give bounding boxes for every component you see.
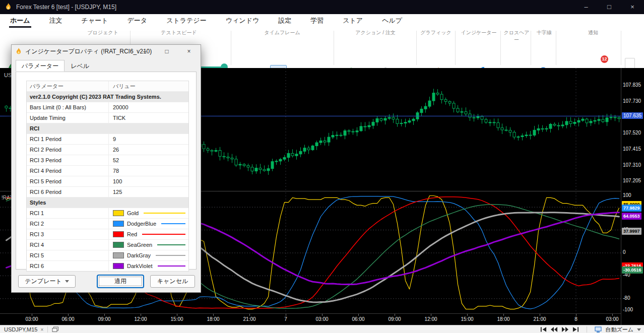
time-label: 06:00 [57, 316, 79, 322]
param-row[interactable]: RCI 1 Period9 [27, 134, 188, 145]
indicator-value-badge: 64.0553 [622, 213, 641, 220]
color-name: DodgerBlue [127, 219, 156, 229]
dialog-close-button[interactable]: × [181, 47, 197, 56]
color-swatch[interactable] [113, 263, 124, 269]
param-value: 26 [109, 145, 188, 155]
price-axis[interactable]: 107.835107.730107.635107.520107.415107.3… [621, 68, 644, 325]
minimize-button[interactable]: – [574, 0, 598, 14]
param-name: RCI 3 Period [27, 155, 109, 165]
style-row[interactable]: RCI 1Gold [27, 208, 188, 219]
time-label: 8 [565, 316, 587, 322]
skip-end-icon[interactable] [572, 326, 579, 332]
tab-levels[interactable]: レベル [65, 60, 95, 72]
skip-start-icon[interactable] [540, 326, 547, 332]
line-sample [156, 255, 185, 256]
section-row[interactable]: Styles [27, 197, 188, 208]
maximize-button[interactable]: □ [598, 0, 621, 14]
param-value: 9 [109, 134, 188, 144]
dialog-minimize-button[interactable]: – [137, 47, 152, 56]
param-name: RCI 5 [27, 250, 109, 260]
color-swatch[interactable] [113, 210, 124, 216]
time-axis[interactable]: 03:0006:0009:0012:0015:0018:0021:00703:0… [0, 314, 621, 325]
chart-tab[interactable]: USDJPY,M15 [4, 326, 37, 332]
param-name: RCI 2 [27, 219, 109, 229]
param-name: RCI 1 [27, 208, 109, 218]
apply-button[interactable]: 適用 [97, 275, 144, 288]
time-label: 18:00 [202, 316, 224, 322]
cancel-button[interactable]: キャンセル [150, 275, 195, 288]
menu-bar: ホーム注文チャートデータストラテジーウィンドウ設定学習ストアヘルプ [0, 14, 644, 28]
indicator-properties-dialog[interactable]: インジケータープロパティ (!RAT_RCI6_v210) – □ × パラメー… [11, 44, 201, 293]
style-row[interactable]: RCI 3Red [27, 229, 188, 240]
group-label-indicator: インジケーター [456, 29, 501, 36]
dialog-title: インジケータープロパティ (!RAT_RCI6_v210) [25, 47, 152, 56]
param-name: RCI 3 [27, 229, 109, 239]
param-value: 125 [109, 187, 188, 197]
time-label: 12:00 [130, 316, 152, 322]
param-row[interactable]: RCI 3 Period52 [27, 155, 188, 166]
menu-item-9[interactable]: ヘルプ [381, 14, 403, 28]
color-swatch[interactable] [113, 221, 124, 227]
time-label: 15:00 [456, 316, 478, 322]
template-button[interactable]: テンプレート [18, 275, 76, 288]
menu-item-1[interactable]: 注文 [48, 14, 63, 28]
color-swatch[interactable] [113, 231, 124, 237]
param-value: Gold [109, 208, 188, 218]
status-bar: USDJPY,M15 × 自動ズーム [0, 325, 644, 333]
line-sample [142, 234, 185, 235]
fast-forward-icon[interactable] [561, 326, 569, 332]
tab-parameters[interactable]: パラメーター [16, 60, 65, 72]
param-name: RCI 1 Period [27, 134, 109, 144]
menu-item-4[interactable]: ストラテジー [165, 14, 208, 28]
group-label-timeframe: タイムフレーム [254, 29, 310, 36]
param-row[interactable]: Update TimingTICK [27, 113, 188, 123]
price-label: 107.835 [623, 82, 641, 88]
rewind-icon[interactable] [550, 326, 558, 332]
section-row[interactable]: ver2.1.0 Copyright (C) 2023 RAT Trading … [27, 92, 188, 102]
menu-item-5[interactable]: ウィンドウ [225, 14, 261, 28]
dialog-maximize-button[interactable]: □ [159, 47, 174, 56]
monitor-icon[interactable] [595, 326, 602, 332]
time-label: 03:00 [311, 316, 333, 322]
param-row[interactable]: RCI 5 Period100 [27, 176, 188, 187]
color-name: Red [127, 229, 137, 239]
line-sample [158, 265, 185, 267]
dialog-title-bar[interactable]: インジケータープロパティ (!RAT_RCI6_v210) – □ × [12, 45, 201, 58]
param-row[interactable]: RCI 4 Period78 [27, 166, 188, 176]
auto-zoom-label[interactable]: 自動ズーム [605, 326, 633, 333]
section-row[interactable]: RCI [27, 123, 188, 134]
menu-item-8[interactable]: ストア [342, 14, 364, 28]
indicator-scale-label: 100 [623, 192, 631, 198]
param-row[interactable]: Bars Limit (0 : All Bars)20000 [27, 102, 188, 113]
menu-item-0[interactable]: ホーム [9, 14, 31, 28]
time-label: 09:00 [383, 316, 406, 322]
new-chart-window-icon[interactable] [52, 326, 59, 332]
time-label: 18:00 [492, 316, 514, 322]
param-value: DodgerBlue [109, 219, 188, 229]
param-name: Update Timing [27, 113, 109, 123]
style-row[interactable]: RCI 6DarkViolet [27, 261, 188, 271]
auto-zoom-dropdown-icon[interactable] [637, 328, 641, 331]
color-swatch[interactable] [113, 242, 124, 248]
menu-item-3[interactable]: データ [126, 14, 149, 28]
param-name: Bars Limit (0 : All Bars) [27, 102, 109, 112]
time-label: 7 [275, 316, 297, 322]
template-button-label: テンプレート [25, 277, 61, 286]
style-row[interactable]: RCI 2DodgerBlue [27, 219, 188, 229]
color-name: Gold [127, 208, 139, 218]
style-row[interactable]: RCI 5DarkGray [27, 250, 188, 261]
menu-item-6[interactable]: 設定 [277, 14, 292, 28]
line-sample [161, 223, 185, 224]
menu-item-7[interactable]: 学習 [309, 14, 325, 28]
param-value: 52 [109, 155, 188, 165]
param-row[interactable]: RCI 6 Period125 [27, 187, 188, 197]
close-button[interactable]: × [621, 0, 644, 14]
window-title: Forex Tester 6 [test] - [USDJPY, M15] [16, 4, 116, 11]
param-row[interactable]: RCI 2 Period26 [27, 145, 188, 155]
chart-tab-close-icon[interactable]: × [40, 327, 43, 332]
indicator-scale-label: -80 [623, 295, 630, 301]
color-swatch[interactable] [113, 252, 124, 258]
style-row[interactable]: RCI 4SeaGreen [27, 240, 188, 250]
app-window: Forex Tester 6 [test] - [USDJPY, M15] – … [0, 0, 644, 333]
menu-item-2[interactable]: チャート [81, 14, 109, 28]
